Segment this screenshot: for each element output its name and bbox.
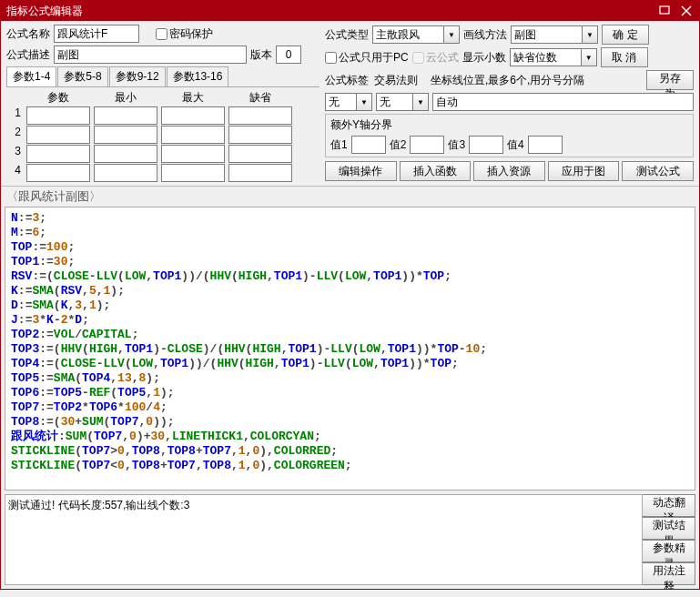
cancel-button[interactable]: 取 消 [601,47,648,67]
label-version: 版本 [250,47,272,63]
param-cell[interactable] [161,145,225,163]
param-cell[interactable] [228,145,292,163]
chevron-down-icon[interactable]: ▼ [581,48,597,66]
code-editor[interactable]: N:=3; M:=6; TOP:=100; TOP1:=30; RSV:=(CL… [5,207,695,491]
cloud-checkbox: 云公式 [412,50,459,66]
saveas-button[interactable]: 另存为 [646,70,694,90]
param-row-num: 1 [6,106,23,125]
param-header: 最小 [94,90,157,106]
editop-button[interactable]: 编辑操作 [325,161,397,181]
ok-button[interactable]: 确 定 [602,25,649,45]
param-tabs: 参数1-4 参数5-8 参数9-12 参数13-16 [6,66,320,87]
param-cell[interactable] [228,106,292,125]
label-ftag: 公式标签 [325,73,370,88]
chevron-down-icon[interactable]: ▼ [443,25,460,44]
label-val3: 值3 [448,137,465,153]
titlebar[interactable]: 指标公式编辑器 [1,1,699,21]
apply-button[interactable]: 应用于图 [548,161,620,181]
param-row-num: 3 [6,145,23,163]
label-name: 公式名称 [6,26,50,42]
param-cell[interactable] [26,106,90,125]
test-button[interactable]: 测试公式 [622,161,694,181]
editor-heading: 〈跟风统计副图〉 [1,187,699,207]
param-grid: 参数 最小 最大 缺省 1 2 3 4 [6,90,320,182]
close-icon[interactable] [679,4,694,18]
insfn-button[interactable]: 插入函数 [400,161,472,181]
tab-params-1-4[interactable]: 参数1-4 [6,66,56,86]
param-cell[interactable] [161,106,225,125]
param-cell[interactable] [94,106,157,125]
param-cell[interactable] [94,126,157,144]
tab-params-5-8[interactable]: 参数5-8 [57,66,107,86]
version-input[interactable] [276,46,301,64]
pwd-checkbox[interactable]: 密码保护 [156,26,213,42]
label-desc: 公式描述 [6,47,50,63]
param-cell[interactable] [228,164,292,182]
testres-button[interactable]: 测试结果 [643,517,695,540]
status-message: 测试通过! 代码长度:557,输出线个数:3 [5,494,643,585]
label-val1: 值1 [330,137,348,153]
usage-button[interactable]: 用法注释 [643,562,695,585]
param-row-num: 2 [6,126,23,144]
param-cell[interactable] [228,126,292,144]
pconly-checkbox[interactable]: 公式只用于PC [325,50,409,66]
editor-window: 指标公式编辑器 公式名称 密码保护 公式描述 [0,0,700,590]
minimize-icon[interactable] [657,4,672,18]
chevron-down-icon[interactable]: ▼ [412,93,429,111]
tab-params-9-12[interactable]: 参数9-12 [109,66,166,86]
label-drawmethod: 画线方法 [463,27,507,43]
val1-input[interactable] [351,136,386,154]
ftype-select[interactable] [372,25,443,44]
param-header: 缺省 [228,90,292,106]
extra-y-group: 额外Y轴分界 值1 值2 值3 值4 [325,114,694,157]
param-cell[interactable] [161,126,225,144]
decimals-select[interactable] [510,48,581,66]
coord-input[interactable] [432,93,694,111]
label-ftype: 公式类型 [325,27,369,43]
chevron-down-icon[interactable]: ▼ [582,25,598,44]
paramwiz-button[interactable]: 参数精灵 [643,540,695,562]
label-coord: 坐标线位置,最多6个,用分号分隔 [431,73,643,88]
param-cell[interactable] [26,126,90,144]
dyntrans-button[interactable]: 动态翻译 [643,494,695,517]
param-cell[interactable] [161,164,225,182]
svg-rect-0 [660,6,669,14]
desc-input[interactable] [54,46,247,64]
val3-input[interactable] [469,136,503,154]
window-title: 指标公式编辑器 [6,4,83,19]
tab-params-13-16[interactable]: 参数13-16 [167,66,229,86]
form-area: 公式名称 密码保护 公式描述 版本 参数1-4 参数5-8 参数9-12 参数1… [1,21,699,186]
extra-y-title: 额外Y轴分界 [330,117,688,133]
label-val4: 值4 [507,137,524,153]
name-input[interactable] [54,25,139,43]
val2-input[interactable] [410,136,444,154]
ftag-select[interactable] [325,93,356,111]
traderule-select[interactable] [376,93,412,111]
val4-input[interactable] [528,136,563,154]
param-cell[interactable] [94,145,157,163]
param-header: 参数 [26,90,90,106]
drawmethod-select[interactable] [511,25,582,44]
label-decimals: 显示小数 [462,50,506,66]
label-traderule: 交易法则 [374,73,427,88]
param-row-num: 4 [6,164,23,182]
chevron-down-icon[interactable]: ▼ [356,93,372,111]
param-cell[interactable] [94,164,157,182]
param-cell[interactable] [26,145,90,163]
insres-button[interactable]: 插入资源 [473,161,545,181]
param-header: 最大 [161,90,225,106]
param-cell[interactable] [26,164,90,182]
label-val2: 值2 [390,137,407,153]
